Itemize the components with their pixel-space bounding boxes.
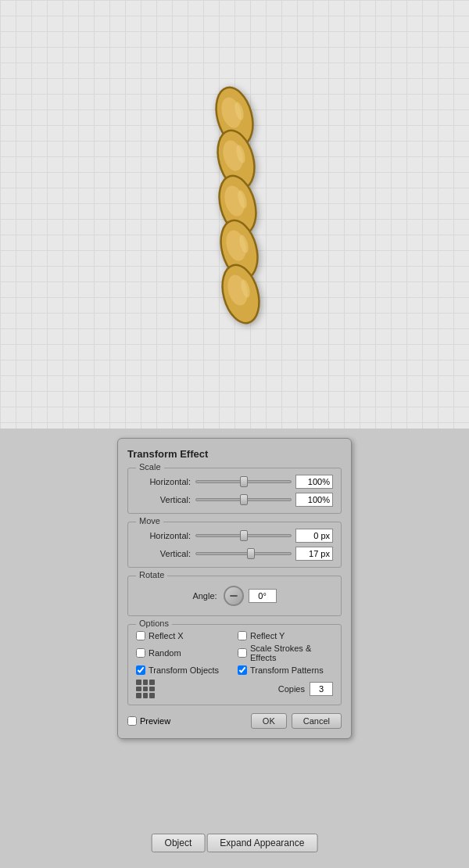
move-section: Move Horizontal: Vertical: <box>127 522 342 568</box>
scale-horizontal-input[interactable] <box>295 475 333 489</box>
pasta-illustration <box>195 81 274 347</box>
object-button[interactable]: Object <box>152 834 206 852</box>
preview-label: Preview <box>140 716 170 726</box>
move-vertical-thumb[interactable] <box>247 548 255 559</box>
move-horizontal-thumb[interactable] <box>240 530 248 541</box>
scale-strokes-label: Scale Strokes & Effects <box>250 644 333 662</box>
copies-row: Copies <box>136 680 333 698</box>
options-legend: Options <box>136 619 172 628</box>
reflect-x-checkbox[interactable] <box>136 631 145 640</box>
canvas-area <box>0 0 469 429</box>
move-vertical-row: Vertical: <box>136 547 333 561</box>
canvas-content <box>0 0 469 429</box>
move-vertical-slider[interactable] <box>195 547 292 560</box>
move-horizontal-input[interactable] <box>295 529 333 543</box>
scale-vertical-slider[interactable] <box>195 493 292 506</box>
preview-row: Preview <box>127 716 170 726</box>
reflect-y-row: Reflect Y <box>238 631 333 640</box>
reflect-x-label: Reflect X <box>149 631 184 640</box>
scale-horizontal-label: Horizontal: <box>136 477 191 486</box>
preview-checkbox[interactable] <box>127 716 137 726</box>
dialog-bottom: Preview OK Cancel <box>127 713 342 729</box>
scale-horizontal-thumb[interactable] <box>240 476 248 487</box>
reflect-y-checkbox[interactable] <box>238 631 247 640</box>
scale-vertical-label: Vertical: <box>136 495 191 504</box>
copies-label: Copies <box>278 684 305 694</box>
scale-strokes-checkbox[interactable] <box>238 648 247 658</box>
random-row: Random <box>136 644 231 662</box>
scale-legend: Scale <box>136 462 164 472</box>
bottom-toolbar: Object Expand Appearance <box>152 834 318 852</box>
random-checkbox[interactable] <box>136 648 145 658</box>
cancel-button[interactable]: Cancel <box>292 713 342 729</box>
copies-input[interactable] <box>310 682 333 696</box>
angle-label: Angle: <box>192 591 217 601</box>
transform-objects-label: Transform Objects <box>149 665 219 675</box>
scale-section: Scale Horizontal: Vertical: <box>127 468 342 514</box>
dialog-buttons: OK Cancel <box>251 713 342 729</box>
copies-grid-icon <box>136 680 155 698</box>
scale-vertical-thumb[interactable] <box>240 494 248 505</box>
move-legend: Move <box>136 516 163 525</box>
reflect-x-row: Reflect X <box>136 631 231 640</box>
transform-patterns-label: Transform Patterns <box>250 665 324 675</box>
move-horizontal-slider[interactable] <box>195 529 292 542</box>
scale-vertical-input[interactable] <box>295 493 333 507</box>
move-vertical-label: Vertical: <box>136 549 191 558</box>
dialog-title: Transform Effect <box>127 448 342 460</box>
scale-vertical-row: Vertical: <box>136 493 333 507</box>
rotate-section: Rotate Angle: <box>127 576 342 616</box>
dialog-backdrop: Transform Effect Scale Horizontal: Verti… <box>0 429 469 868</box>
transform-effect-dialog: Transform Effect Scale Horizontal: Verti… <box>117 438 352 739</box>
transform-objects-checkbox[interactable] <box>136 665 145 675</box>
move-horizontal-label: Horizontal: <box>136 531 191 540</box>
transform-objects-row: Transform Objects <box>136 665 231 675</box>
ok-button[interactable]: OK <box>251 713 287 729</box>
move-horizontal-row: Horizontal: <box>136 529 333 543</box>
scale-horizontal-row: Horizontal: <box>136 475 333 489</box>
options-grid: Reflect X Reflect Y Random Scale Strokes… <box>136 631 333 675</box>
rotate-legend: Rotate <box>136 570 167 579</box>
expand-appearance-button[interactable]: Expand Appearance <box>206 834 317 852</box>
scale-strokes-row: Scale Strokes & Effects <box>238 644 333 662</box>
angle-input[interactable] <box>249 589 277 603</box>
reflect-y-label: Reflect Y <box>250 631 285 640</box>
options-section: Options Reflect X Reflect Y Random <box>127 624 342 705</box>
rotate-row: Angle: <box>136 583 333 609</box>
move-vertical-input[interactable] <box>295 547 333 561</box>
scale-horizontal-slider[interactable] <box>195 475 292 488</box>
transform-patterns-row: Transform Patterns <box>238 665 333 675</box>
transform-patterns-checkbox[interactable] <box>238 665 247 675</box>
random-label: Random <box>149 648 181 658</box>
angle-dial[interactable] <box>224 586 244 606</box>
